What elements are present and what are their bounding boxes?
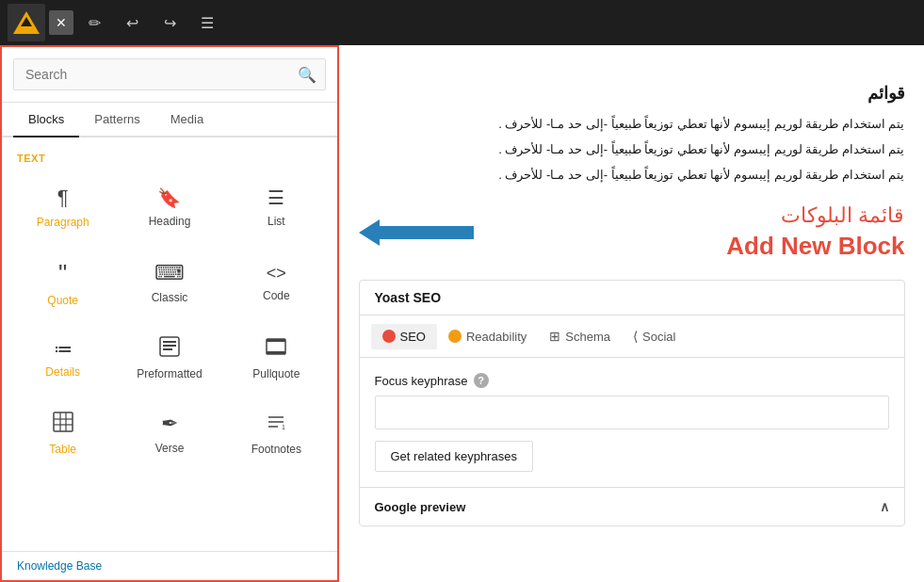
arrow-body xyxy=(380,226,474,239)
list-item: يتم استخدام طريقة لوريم إيبسوم لأنها تعط… xyxy=(359,140,905,160)
tab-patterns[interactable]: Patterns xyxy=(79,103,154,137)
yoast-header: Yoast SEO xyxy=(360,281,904,315)
block-inserter-panel: 🔍 Blocks Patterns Media TEXT ¶ Paragraph… xyxy=(0,45,339,582)
logo-triangle-icon xyxy=(13,11,40,34)
text-section-label: TEXT xyxy=(2,145,337,168)
arrow-head-icon xyxy=(359,219,380,246)
block-item-quote[interactable]: " Quote xyxy=(9,243,116,318)
add-new-block-label: Add New Block xyxy=(726,232,904,261)
svg-rect-6 xyxy=(267,351,285,354)
panel-tabs: Blocks Patterns Media xyxy=(2,103,337,137)
search-input-wrap: 🔍 xyxy=(13,58,326,90)
block-item-table[interactable]: Table xyxy=(9,394,116,469)
details-icon: ≔ xyxy=(54,337,73,360)
social-tab-label: Social xyxy=(642,330,675,344)
code-label: Code xyxy=(263,289,290,302)
list-item: يتم استخدام طريقة لوريم إيبسوم لأنها تعط… xyxy=(359,166,905,186)
svg-rect-5 xyxy=(267,339,285,342)
search-icon: 🔍 xyxy=(298,66,316,84)
arabic-block-label: قائمة البلوكات xyxy=(781,203,904,228)
block-item-preformatted[interactable]: Preformatted xyxy=(116,318,222,394)
arabic-list: يتم استخدام طريقة لوريم إيبسوم لأنها تعط… xyxy=(359,115,905,185)
share-icon: ⟨ xyxy=(633,329,638,344)
svg-rect-3 xyxy=(163,348,172,350)
logo xyxy=(8,4,45,41)
svg-rect-2 xyxy=(163,345,176,347)
tab-schema[interactable]: ⊞ Schema xyxy=(538,323,622,349)
add-block-section: قائمة البلوكات Add New Block xyxy=(359,203,905,261)
pullquote-label: Pullquote xyxy=(252,367,300,380)
tab-blocks[interactable]: Blocks xyxy=(13,103,79,137)
svg-text:1: 1 xyxy=(282,424,285,430)
schema-icon: ⊞ xyxy=(549,329,560,344)
heading-label: Heading xyxy=(149,215,191,228)
focus-keyphrase-label: Focus keyphrase ? xyxy=(375,373,889,388)
svg-rect-1 xyxy=(163,341,176,343)
search-bar: 🔍 xyxy=(2,47,337,103)
verse-label: Verse xyxy=(155,442,185,455)
quote-label: Quote xyxy=(47,294,78,307)
editor-content: قوائم يتم استخدام طريقة لوريم إيبسوم لأن… xyxy=(340,45,924,545)
yoast-tabs: SEO Readability ⊞ Schema ⟨ S xyxy=(360,315,904,358)
verse-icon: ✒ xyxy=(161,412,178,436)
block-item-heading[interactable]: 🔖 Heading xyxy=(116,168,222,243)
code-icon: <> xyxy=(267,264,286,283)
list-item: يتم استخدام طريقة لوريم إيبسوم لأنها تعط… xyxy=(359,115,905,135)
block-item-verse[interactable]: ✒ Verse xyxy=(116,394,222,469)
seo-tab-label: SEO xyxy=(400,330,426,344)
quote-icon: " xyxy=(58,259,67,288)
block-list: TEXT ¶ Paragraph 🔖 Heading ☰ List xyxy=(2,137,337,551)
readability-tab-label: Readability xyxy=(466,330,527,344)
google-preview-section[interactable]: Google preview ∧ xyxy=(360,487,904,525)
google-preview-label: Google preview xyxy=(375,500,466,514)
arabic-heading: قوائم xyxy=(359,83,905,104)
schema-tab-label: Schema xyxy=(565,330,610,344)
block-item-list[interactable]: ☰ List xyxy=(223,168,330,243)
redo-button[interactable]: ↪ xyxy=(153,6,186,40)
classic-label: Classic xyxy=(152,291,188,304)
tab-media[interactable]: Media xyxy=(155,103,219,137)
block-item-paragraph[interactable]: ¶ Paragraph xyxy=(9,168,116,243)
pencil-icon[interactable]: ✏ xyxy=(77,6,111,40)
list-label: List xyxy=(267,215,285,228)
related-keyphrases-button[interactable]: Get related keyphrases xyxy=(375,441,533,472)
close-button[interactable]: ✕ xyxy=(49,10,73,35)
details-label: Details xyxy=(45,365,80,379)
preformatted-label: Preformatted xyxy=(137,367,202,380)
footnotes-icon: 1 xyxy=(266,412,286,437)
arrow-wrap xyxy=(359,219,474,246)
block-grid: ¶ Paragraph 🔖 Heading ☰ List " Quote xyxy=(2,168,337,469)
editor-area: قوائم يتم استخدام طريقة لوريم إيبسوم لأن… xyxy=(339,45,924,582)
footnotes-label: Footnotes xyxy=(251,443,301,456)
pullquote-icon xyxy=(266,336,286,362)
help-icon[interactable]: ? xyxy=(474,373,489,388)
search-input[interactable] xyxy=(13,58,326,90)
preformatted-icon xyxy=(159,336,180,362)
paragraph-icon: ¶ xyxy=(57,186,69,210)
block-item-code[interactable]: <> Code xyxy=(223,243,330,318)
block-item-footnotes[interactable]: 1 Footnotes xyxy=(223,394,330,469)
paragraph-label: Paragraph xyxy=(37,216,89,229)
knowledge-base-link[interactable]: Knowledge Base xyxy=(2,551,337,580)
menu-button[interactable]: ☰ xyxy=(190,6,224,40)
block-item-pullquote[interactable]: Pullquote xyxy=(223,318,330,394)
list-icon: ☰ xyxy=(267,186,284,209)
tab-social[interactable]: ⟨ Social xyxy=(622,323,687,349)
readability-status-dot xyxy=(448,330,462,343)
focus-keyphrase-input[interactable] xyxy=(375,396,889,429)
toolbar: ✕ ✏ ↩ ↪ ☰ xyxy=(0,0,924,45)
tab-readability[interactable]: Readability xyxy=(437,324,538,349)
undo-button[interactable]: ↩ xyxy=(115,6,149,40)
table-icon xyxy=(53,412,73,437)
block-item-details[interactable]: ≔ Details xyxy=(9,318,116,394)
tab-seo[interactable]: SEO xyxy=(371,324,437,349)
table-label: Table xyxy=(49,443,76,456)
chevron-up-icon: ∧ xyxy=(880,499,889,514)
seo-status-dot xyxy=(382,330,396,343)
svg-rect-7 xyxy=(54,412,73,431)
yoast-body: Focus keyphrase ? Get related keyphrases xyxy=(360,358,904,487)
classic-icon: ⌨ xyxy=(154,261,185,285)
block-item-classic[interactable]: ⌨ Classic xyxy=(116,243,222,318)
yoast-panel: Yoast SEO SEO Readability ⊞ S xyxy=(359,280,905,526)
add-block-labels: قائمة البلوكات Add New Block xyxy=(726,203,904,261)
